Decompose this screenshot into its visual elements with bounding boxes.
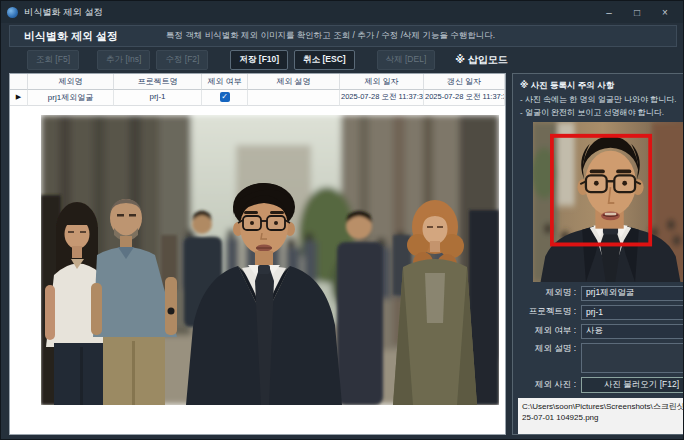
exclusion-table: 제외명 프로젝트명 제외 여부 제외 설명 제외 일자 갱신 일자 ▶ prj1… (10, 74, 505, 106)
col-marker (10, 74, 28, 90)
notice-line-2: - 얼굴이 완전히 보이고 선명해야 합니다. (520, 108, 684, 119)
photo-row: 제외 사진 : 사진 불러오기 [F12] (518, 377, 684, 393)
page-header: 비식별화 제외 설정 특정 객체 비식별화 제외 이미지를 확인하고 조회 / … (9, 25, 677, 47)
app-window: 비식별화 제외 설정 – □ × 비식별화 제외 설정 특정 객체 비식별화 제… (0, 0, 684, 440)
notice-line-1: - 사진 속에는 한 명의 얼굴만 나와야 합니다. (520, 95, 684, 106)
exclude-select[interactable]: 사용 (581, 324, 684, 339)
toolbar: 조회 [F5] 추가 [Ins] 수정 [F2] 저장 [F10] 취소 [ES… (9, 47, 677, 73)
page-title: 비식별화 제외 설정 (24, 29, 152, 44)
exclusion-checkbox[interactable]: ✓ (220, 92, 230, 102)
load-photo-button[interactable]: 사진 불러오기 [F12] (581, 377, 684, 393)
cell-exclude-date[interactable]: 2025-07-28 오전 11:37:39 (340, 90, 424, 106)
cell-update-date[interactable]: 2025-07-28 오전 11:37:39 (424, 90, 505, 106)
project-select-value: prj-1 (586, 307, 603, 317)
app-icon (7, 7, 18, 18)
left-panel: 제외명 프로젝트명 제외 여부 제외 설명 제외 일자 갱신 일자 ▶ prj1… (9, 73, 506, 435)
close-button[interactable]: × (651, 2, 679, 22)
maximize-button[interactable]: □ (623, 2, 651, 22)
row-marker[interactable]: ▶ (10, 90, 28, 106)
window-title: 비식별화 제외 설정 (24, 6, 103, 19)
cell-project[interactable]: prj-1 (114, 90, 202, 106)
photo-file-path[interactable]: C:\Users\soon\Pictures\Screenshots\스크린샷 … (518, 398, 684, 434)
col-excluded: 제외 여부 (202, 74, 248, 90)
description-row: 제외 설명 : (518, 343, 684, 373)
add-button[interactable]: 추가 [Ins] (97, 50, 150, 70)
search-button[interactable]: 조회 [F5] (27, 50, 79, 70)
save-button[interactable]: 저장 [F10] (230, 50, 288, 70)
page-description: 특정 객체 비식별화 제외 이미지를 확인하고 조회 / 추가 / 수정 /삭제… (166, 30, 495, 42)
name-label: 제외명 : (518, 287, 581, 299)
cell-description[interactable] (248, 90, 340, 106)
project-label: 프로젝트명 : (518, 306, 581, 318)
exclude-select-value: 사용 (586, 325, 603, 337)
col-exclude-date: 제외 일자 (340, 74, 424, 90)
edit-button[interactable]: 수정 [F2] (156, 50, 208, 70)
delete-button[interactable]: 삭제 [DEL] (377, 50, 436, 70)
name-input[interactable] (581, 286, 684, 301)
cancel-button[interactable]: 취소 [ESC] (294, 50, 355, 70)
project-row: 프로젝트명 : prj-1 (518, 305, 684, 320)
detail-panel: ※ 사진 등록시 주의 사항 - 사진 속에는 한 명의 얼굴만 나와야 합니다… (512, 73, 684, 435)
col-project: 프로젝트명 (114, 74, 202, 90)
description-textarea[interactable] (581, 343, 684, 373)
street-crowd-image (41, 115, 499, 405)
insert-mode-label: ※ 삽입모드 (455, 53, 508, 67)
cell-name[interactable]: prj1제외얼굴 (28, 90, 114, 106)
exclude-label: 제외 여부 : (518, 325, 581, 337)
titlebar: 비식별화 제외 설정 – □ × (1, 1, 684, 23)
col-description: 제외 설명 (248, 74, 340, 90)
face-photo (533, 122, 684, 282)
project-select[interactable]: prj-1 (581, 305, 684, 320)
notice-title: ※ 사진 등록시 주의 사항 (520, 80, 684, 92)
minimize-button[interactable]: – (595, 2, 623, 22)
photo-label: 제외 사진 : (518, 379, 581, 391)
name-row: 제외명 : (518, 286, 684, 301)
col-update-date: 갱신 일자 (424, 74, 505, 90)
description-label: 제외 설명 : (518, 343, 581, 355)
col-name: 제외명 (28, 74, 114, 90)
exclude-row: 제외 여부 : 사용 (518, 324, 684, 339)
cell-excluded: ✓ (202, 90, 248, 106)
